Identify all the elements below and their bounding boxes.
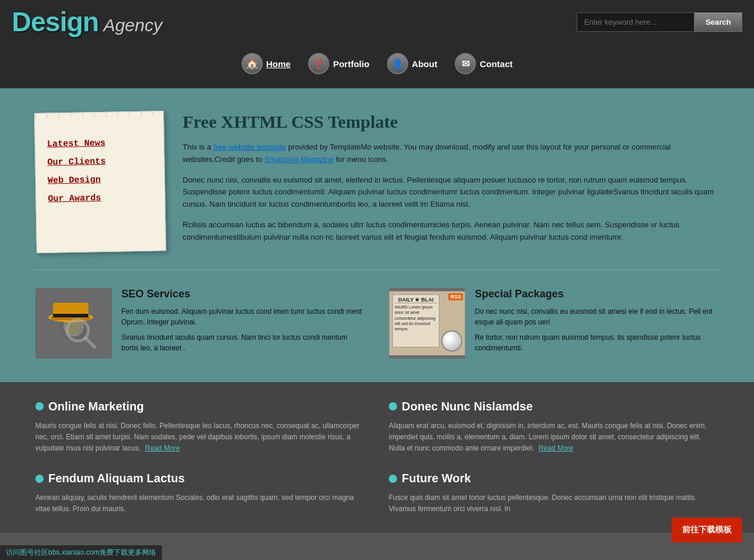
donec-title: Donec Nunc Nislamdse (389, 400, 719, 413)
hat-svg (41, 294, 106, 353)
bullet-icon (35, 402, 44, 410)
packages-service: DAILY ★ BLAI INURD Lorem ipsum dolor sit… (389, 288, 719, 359)
free-template-link[interactable]: free website template (213, 143, 286, 151)
smashing-magazine-link[interactable]: Smashing Magazine (264, 155, 334, 164)
online-marketing-text: Mauris congue felis at nisi. Donec felis… (35, 420, 365, 455)
online-marketing-title: Online Marketing (35, 400, 365, 413)
packages-content: Special Packages Do nec nunc nisi, conva… (475, 288, 719, 359)
nav-about-label: About (412, 59, 437, 69)
bottom-item-online-marketing: Online Marketing Mauris congue felis at … (35, 400, 365, 455)
hero-section: Latest News Our Clients Web Design Our A… (35, 100, 719, 270)
header: Design Agency Search 🏠 Home ❓ Portfolio … (0, 0, 754, 88)
hero-para2: Rcilisis accumsan luctus ac bibendum a, … (183, 219, 719, 244)
packages-para2: Re tortor, non rutrum quam euismod tempu… (475, 332, 719, 353)
notepad-link-latest-news[interactable]: Latest News (47, 137, 152, 149)
mug-icon (441, 330, 462, 352)
newspaper-block: DAILY ★ BLAI INURD Lorem ipsum dolor sit… (389, 291, 465, 356)
main-content: Latest News Our Clients Web Design Our A… (0, 88, 754, 382)
rss-badge: RSS (448, 293, 463, 300)
logo-agency-text: Agency (103, 15, 162, 35)
about-icon: 👤 (387, 53, 408, 74)
packages-icon: DAILY ★ BLAI INURD Lorem ipsum dolor sit… (389, 288, 465, 359)
bullet-icon-3 (35, 475, 44, 483)
nav-contact[interactable]: ✉ Contact (449, 49, 518, 78)
packages-title: Special Packages (475, 288, 719, 300)
portfolio-icon: ❓ (308, 53, 329, 74)
services-section: SEO Services Fen dum euismod. Aliquam pu… (35, 270, 719, 370)
nav-portfolio-label: Portfolio (333, 59, 369, 69)
nav-about[interactable]: 👤 About (381, 49, 443, 78)
search-button[interactable]: Search (695, 12, 742, 32)
hero-intro: This is a free website template provided… (183, 141, 719, 166)
header-top: Design Agency Search (12, 6, 742, 44)
nav-portfolio[interactable]: ❓ Portfolio (302, 49, 375, 78)
home-icon: 🏠 (242, 53, 263, 74)
fendum-text: Aenean aliquay, iaculis hendrerit elemen… (35, 492, 365, 515)
notepad-link-our-clients[interactable]: Our Clients (47, 155, 152, 167)
search-area: Search (577, 12, 742, 32)
seo-para1: Fen dum euismod. Aliquam pulvinar luctus… (121, 306, 365, 327)
notepad: Latest News Our Clients Web Design Our A… (34, 111, 166, 253)
bottom-section: Online Marketing Mauris congue felis at … (0, 382, 754, 533)
logo-design-text: Design (12, 6, 98, 38)
seo-icon (35, 288, 112, 359)
bottom-item-donec: Donec Nunc Nislamdse Aliquam erat arcu, … (389, 400, 719, 455)
bottom-item-fendum: Fendum Aliquam Lactus Aenean aliquay, ia… (35, 472, 365, 515)
search-input[interactable] (577, 12, 695, 32)
nav-home[interactable]: 🏠 Home (236, 49, 297, 78)
seo-service: SEO Services Fen dum euismod. Aliquam pu… (35, 288, 365, 359)
future-text: Fusce quis diam sit amet tortor luctus p… (389, 492, 719, 515)
future-title: Future Work (389, 472, 719, 485)
donec-read-more[interactable]: Read More (538, 444, 573, 452)
seo-title: SEO Services (121, 288, 365, 300)
bottom-item-future: Future Work Fusce quis diam sit amet tor… (389, 472, 719, 515)
notepad-link-our-awards[interactable]: Our Awards (48, 192, 153, 204)
nav-contact-label: Contact (479, 59, 512, 69)
hero-text: Free XHTML CSS Template This is a free w… (183, 112, 719, 252)
seo-para2: Svarius tincidunt iaculis quam cursus. N… (121, 332, 365, 353)
notepad-link-web-design[interactable]: Web Design (48, 174, 153, 185)
newspaper-inner: DAILY ★ BLAI INURD Lorem ipsum dolor sit… (392, 294, 439, 347)
donec-text: Aliquam erat arcu, euismod et, dignissim… (389, 420, 719, 455)
online-marketing-read-more[interactable]: Read More (145, 444, 180, 452)
hero-para1: Donec nunc nisi, convallis eu euismod si… (183, 174, 719, 211)
fendum-title: Fendum Aliquam Lactus (35, 472, 365, 485)
packages-para1: Do nec nunc nisi, convallis eu euismod s… (475, 306, 719, 327)
bullet-icon-2 (389, 402, 397, 410)
svg-rect-6 (53, 314, 88, 317)
seo-content: SEO Services Fen dum euismod. Aliquam pu… (121, 288, 365, 359)
nav: 🏠 Home ❓ Portfolio 👤 About ✉ Contact (12, 44, 742, 84)
bottom-grid: Online Marketing Mauris congue felis at … (35, 400, 719, 515)
hero-title: Free XHTML CSS Template (183, 112, 719, 132)
nav-home-label: Home (266, 59, 291, 69)
bullet-icon-4 (389, 475, 397, 483)
download-button[interactable]: 前往下载模板 (672, 518, 742, 533)
logo: Design Agency (12, 6, 162, 38)
contact-icon: ✉ (455, 53, 476, 74)
